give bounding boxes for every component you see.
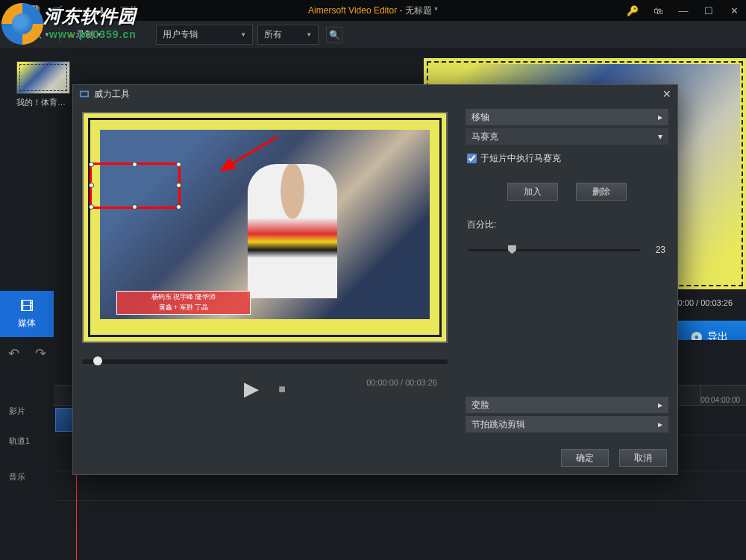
resize-handle-s[interactable] bbox=[132, 204, 137, 210]
resize-handle-sw[interactable] bbox=[89, 204, 94, 210]
window-title: Aimersoft Video Editor - 无标题 * bbox=[308, 4, 438, 17]
delete-button[interactable]: 删除 bbox=[576, 183, 627, 201]
dialog-preview-pane: 杨钧东 祝宇峰 隆华沛 黄鑫 + 军胜 丁晶 bbox=[73, 103, 457, 474]
shop-icon[interactable]: 🛍 bbox=[652, 4, 664, 16]
video-content bbox=[248, 164, 337, 298]
undo-button[interactable]: ↶ bbox=[8, 345, 19, 362]
record-button[interactable]: ●录制▼ bbox=[64, 25, 107, 44]
media-tab-label: 媒体 bbox=[18, 317, 36, 330]
caption-line-1: 杨钧东 祝宇峰 隆华沛 bbox=[117, 292, 250, 302]
option-mosaic-label: 马赛克 bbox=[471, 130, 498, 143]
chevron-right-icon: ▸ bbox=[658, 112, 662, 122]
media-tab[interactable]: 🎞 媒体 bbox=[0, 291, 54, 337]
track-label-1: 轨道1 bbox=[9, 435, 30, 447]
ok-button[interactable]: 确定 bbox=[561, 449, 609, 467]
chevron-down-icon: ▼ bbox=[240, 31, 246, 38]
option-beat-edit-label: 节拍跳动剪辑 bbox=[471, 418, 525, 431]
mosaic-checkbox-row[interactable]: 于短片中执行马赛克 bbox=[467, 152, 667, 165]
option-face-swap-label: 变脸 bbox=[471, 399, 489, 412]
media-icon: 🎞 bbox=[20, 299, 34, 315]
search-button[interactable]: 🔍 bbox=[326, 27, 342, 43]
close-button[interactable]: ✕ bbox=[728, 4, 740, 16]
title-bar: ≡ 💾 🛒 | ⬇ 下载 Aimersoft Video Editor - 无标… bbox=[0, 0, 746, 21]
album-dropdown[interactable]: 用户专辑▼ bbox=[156, 25, 253, 45]
import-button[interactable]: 📁导入▼ bbox=[6, 25, 54, 44]
import-icon: 📁 bbox=[10, 30, 22, 40]
chevron-right-icon: ▸ bbox=[658, 400, 662, 410]
percent-slider[interactable] bbox=[468, 249, 640, 251]
dialog-options-pane: 移轴▸ 马赛克▾ 于短片中执行马赛克 加入 删除 百分比: 23 变脸▸ 节拍跳… bbox=[457, 103, 677, 474]
add-button[interactable]: 加入 bbox=[507, 183, 558, 201]
key-icon[interactable]: 🔑 bbox=[627, 4, 639, 16]
option-tilt-shift-label: 移轴 bbox=[471, 111, 489, 124]
percent-label: 百分比: bbox=[467, 218, 667, 231]
cart-icon[interactable]: 🛒 bbox=[51, 4, 63, 16]
chevron-down-icon: ▾ bbox=[658, 131, 662, 142]
thumbnail-label: 我的！体育老... bbox=[16, 97, 70, 108]
thumbnail-image bbox=[16, 61, 70, 94]
dialog-icon bbox=[79, 89, 90, 99]
resize-handle-e[interactable] bbox=[176, 183, 181, 188]
playback-timecode: 00:00:00 / 00:03:26 bbox=[366, 378, 437, 387]
track-row-music[interactable]: 音乐 bbox=[54, 471, 746, 501]
option-beat-edit[interactable]: 节拍跳动剪辑▸ bbox=[466, 416, 668, 432]
slider-thumb[interactable] bbox=[508, 245, 516, 254]
svg-rect-1 bbox=[81, 92, 88, 95]
caption-line-2: 黄鑫 + 军胜 丁晶 bbox=[117, 302, 250, 312]
doc-name: - 无标题 * bbox=[397, 5, 438, 16]
undo-redo-bar: ↶ ↷ bbox=[0, 340, 54, 367]
seek-bar[interactable] bbox=[82, 359, 448, 364]
media-thumbnail[interactable]: 我的！体育老... bbox=[16, 61, 70, 108]
download-label[interactable]: 下载 bbox=[120, 4, 138, 17]
power-tools-dialog: 威力工具 ✕ 杨钧东 祝宇峰 隆华沛 黄鑫 + 军胜 丁晶 bbox=[72, 84, 678, 475]
import-label: 导入 bbox=[24, 28, 42, 41]
maximize-button[interactable]: ☐ bbox=[703, 4, 715, 16]
resize-handle-nw[interactable] bbox=[89, 162, 94, 167]
record-icon: ● bbox=[69, 30, 74, 40]
save-icon[interactable]: 💾 bbox=[28, 4, 40, 16]
app-name: Aimersoft Video Editor bbox=[308, 5, 397, 16]
record-label: 录制 bbox=[76, 28, 94, 41]
video-caption: 杨钧东 祝宇峰 隆华沛 黄鑫 + 军胜 丁晶 bbox=[116, 291, 251, 315]
minimize-button[interactable]: — bbox=[677, 4, 689, 16]
menu-icon[interactable]: ≡ bbox=[6, 4, 18, 16]
album-dropdown-label: 用户专辑 bbox=[163, 28, 198, 41]
search-icon: 🔍 bbox=[329, 30, 340, 40]
redo-button[interactable]: ↷ bbox=[35, 345, 46, 362]
playback-controls: ▶ ■ 00:00:00 / 00:03:26 bbox=[82, 377, 448, 400]
cancel-button[interactable]: 取消 bbox=[619, 449, 667, 467]
dialog-title: 威力工具 bbox=[94, 88, 130, 101]
mosaic-selection-rect[interactable] bbox=[90, 163, 181, 209]
left-tabs: 🎞 媒体 bbox=[0, 291, 54, 337]
video-preview[interactable]: 杨钧东 祝宇峰 隆华沛 黄鑫 + 军胜 丁晶 bbox=[82, 112, 448, 343]
play-button[interactable]: ▶ bbox=[244, 377, 259, 400]
ruler-tick: 00:04:00:00 bbox=[700, 386, 740, 405]
dialog-footer: 确定 取消 bbox=[561, 449, 667, 467]
divider: | bbox=[73, 4, 85, 16]
filter-dropdown[interactable]: 所有▼ bbox=[257, 25, 319, 45]
resize-handle-ne[interactable] bbox=[176, 162, 181, 167]
percent-value: 23 bbox=[648, 245, 665, 255]
filter-dropdown-label: 所有 bbox=[264, 28, 282, 41]
resize-handle-n[interactable] bbox=[132, 162, 137, 167]
seek-thumb[interactable] bbox=[93, 356, 102, 365]
download-icon[interactable]: ⬇ bbox=[95, 4, 107, 16]
dialog-close-button[interactable]: ✕ bbox=[662, 88, 671, 100]
track-label-music: 音乐 bbox=[9, 471, 25, 482]
option-mosaic[interactable]: 马赛克▾ bbox=[466, 128, 668, 145]
resize-handle-w[interactable] bbox=[89, 183, 94, 188]
resize-handle-se[interactable] bbox=[176, 204, 181, 210]
track-label-movie: 影片 bbox=[9, 406, 25, 417]
mosaic-checkbox-label: 于短片中执行马赛克 bbox=[480, 152, 561, 165]
mosaic-checkbox[interactable] bbox=[467, 154, 477, 163]
option-face-swap[interactable]: 变脸▸ bbox=[466, 397, 668, 413]
chevron-down-icon: ▼ bbox=[306, 31, 312, 38]
separator bbox=[59, 28, 60, 43]
stop-button[interactable]: ■ bbox=[278, 383, 286, 396]
library-toolbar: 📁导入▼ ●录制▼ 用户专辑▼ 所有▼ 🔍 bbox=[0, 21, 746, 49]
option-tilt-shift[interactable]: 移轴▸ bbox=[466, 109, 668, 125]
chevron-right-icon: ▸ bbox=[658, 419, 662, 430]
dialog-titlebar: 威力工具 ✕ bbox=[73, 85, 677, 103]
